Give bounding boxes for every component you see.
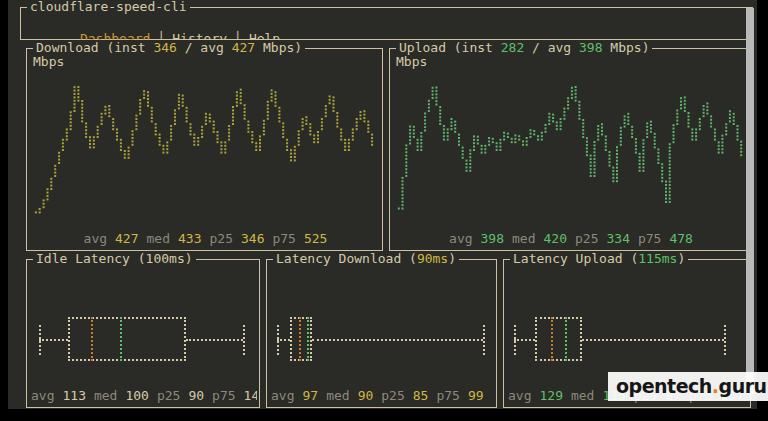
latency-download-panel-title: Latency Download (90ms): [273, 251, 459, 267]
upload-panel: Upload (inst 282 / avg 398 Mbps) Mbps av…: [389, 48, 751, 251]
idle-latency-stats: avg113med100p2590p7514: [31, 388, 257, 403]
boxplot-segment: [535, 317, 582, 361]
watermark-text: guru: [719, 375, 767, 397]
boxplot-segment: [186, 339, 243, 341]
boxplot-segment: [120, 317, 122, 361]
idle-latency-boxplot: [35, 298, 251, 382]
latency-download-stats: avg97med90p2585p7599: [271, 388, 494, 403]
latency-upload-boxplot: [512, 298, 742, 382]
upload-chart: [395, 81, 745, 219]
upload-panel-title: Upload (inst 282 / avg 398 Mbps): [396, 40, 652, 56]
boxplot-segment: [724, 325, 726, 355]
boxplot-segment: [68, 317, 186, 361]
boxplot-segment: [551, 317, 553, 361]
app-header-box: cloudflare-speed-cli Dashboard│History│H…: [20, 7, 753, 40]
watermark-text: opentech: [616, 375, 712, 397]
watermark-dot: .: [712, 375, 719, 397]
scrollbar[interactable]: [746, 8, 754, 394]
latency-download-boxplot: [275, 298, 488, 382]
download-chart: [32, 81, 376, 219]
boxplot-segment: [565, 317, 567, 361]
download-stats: avg427med433p25346p75525: [31, 231, 380, 246]
download-y-axis-label: Mbps: [33, 54, 64, 69]
boxplot-segment: [312, 339, 483, 341]
download-panel: Download (inst 346 / avg 427 Mbps) Mbps …: [26, 48, 383, 251]
upload-y-axis-label: Mbps: [396, 54, 427, 69]
latency-upload-panel-title: Latency Upload (115ms): [510, 251, 688, 267]
boxplot-segment: [299, 317, 301, 361]
boxplot-segment: [582, 339, 724, 341]
download-panel-title: Download (inst 346 / avg 427 Mbps): [33, 40, 305, 56]
latency-download-panel: Latency Download (90ms) avg97med90p2585p…: [266, 259, 497, 408]
idle-latency-panel: Idle Latency (100ms) avg113med100p2590p7…: [26, 259, 260, 408]
watermark: opentech.guru: [608, 372, 768, 401]
boxplot-segment: [277, 339, 290, 341]
upload-stats: avg398med420p25334p75478: [394, 231, 748, 246]
boxplot-segment: [514, 339, 535, 341]
boxplot-segment: [91, 317, 93, 361]
idle-latency-panel-title: Idle Latency (100ms): [33, 251, 196, 267]
terminal-window: cloudflare-speed-cli Dashboard│History│H…: [8, 0, 757, 409]
window-title: cloudflare-speed-cli: [27, 0, 190, 15]
boxplot-segment: [307, 317, 309, 361]
boxplot-segment: [243, 325, 245, 355]
boxplot-segment: [39, 339, 68, 341]
boxplot-segment: [483, 325, 485, 355]
